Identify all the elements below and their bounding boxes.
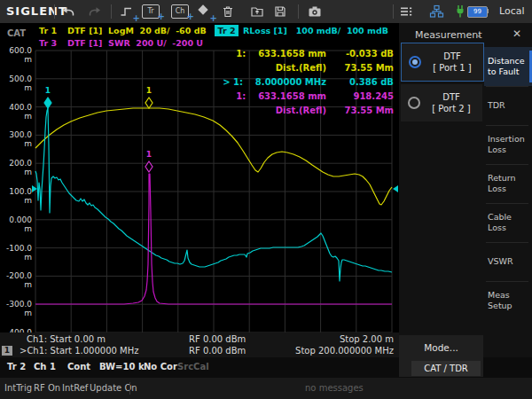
undo-icon[interactable]	[61, 4, 75, 19]
status-bandwidth[interactable]: BW=10 k	[99, 362, 145, 372]
measurement-sidebar: Measurement ⌄ ✕ DTF[ Port 1 ] DTF[ Port …	[399, 23, 532, 357]
menu-item-meas-setup[interactable]: Meas Setup	[484, 281, 532, 320]
menu-item-distance-to-fault[interactable]: Distance to Fault	[484, 47, 532, 86]
ch1-rf-power[interactable]: RF 0.00 dBm	[189, 334, 246, 344]
toolbar-separator	[111, 4, 112, 19]
close-icon[interactable]: ✕	[512, 27, 521, 40]
menu-item-insertion-loss[interactable]: Insertion Loss	[484, 125, 532, 164]
status-active-trace[interactable]: Tr 2	[7, 362, 26, 372]
marker-readout-row: Dist.(Refl)73.55 Mm	[200, 63, 394, 77]
ch1-distance-start[interactable]: Ch1: Start 0.00 m	[27, 334, 106, 344]
active-channel-badge[interactable]: 1	[2, 346, 12, 356]
marker-label: 1	[146, 150, 152, 159]
message-area: no messages	[305, 383, 364, 393]
task-list-icon[interactable]	[399, 4, 413, 19]
graph-window: CAT Tr 1 DTF [1] LogM 20 dB/ -60 dB Tr 2…	[0, 23, 399, 357]
reference-clock-indicator: IntRef	[62, 383, 88, 393]
toolbar: SIGLENT + Tr + Ch + +	[0, 0, 532, 23]
menu-item-cable-loss[interactable]: Cable Loss	[484, 203, 532, 242]
menu-item-tdr[interactable]: TDR	[484, 86, 532, 125]
trigger-source-indicator: IntTrig	[4, 383, 32, 393]
toolbar-separator	[393, 4, 394, 19]
status-correction[interactable]: No Cor	[144, 362, 177, 372]
siglent-logo: SIGLENT	[6, 4, 67, 18]
toolbar-separator	[298, 4, 299, 19]
ch1-freq-start[interactable]: >Ch1: Start 1.000000 MHz	[20, 346, 139, 356]
battery-tip	[487, 9, 489, 13]
rf-output-indicator: RF On	[34, 383, 60, 393]
screenshot-camera-icon[interactable]	[308, 4, 322, 19]
add-trace-icon[interactable]: Tr +	[142, 4, 160, 19]
reference-level-indicator	[393, 185, 398, 192]
battery-icon: 99	[467, 6, 488, 18]
vna-screen: SIGLENT + Tr + Ch + +	[0, 0, 532, 399]
radio-unselected-icon	[408, 97, 420, 109]
mode-button[interactable]: Mode...	[399, 342, 483, 353]
delete-icon[interactable]	[221, 4, 235, 19]
add-marker-icon[interactable]: +	[197, 4, 211, 19]
local-remote-button[interactable]: Local	[499, 5, 525, 17]
marker-readout-row: 1: 633.1658 mm918.245	[200, 91, 394, 106]
toolbar-separator	[54, 4, 55, 19]
chevron-down-icon[interactable]: ⌄	[475, 29, 482, 39]
marker-readouts: 1: 633.1658 mm-0.033 dB Dist.(Refl)73.55…	[200, 49, 394, 120]
add-limit-line-icon[interactable]: +	[120, 4, 134, 19]
divider	[129, 382, 130, 395]
ch1-freq-stop[interactable]: Stop 200.000000 MHz	[295, 346, 394, 356]
redo-icon[interactable]	[88, 4, 102, 19]
status-srccal: SrcCal	[177, 362, 209, 372]
marker-label: 1	[45, 86, 51, 95]
power-plug-icon	[453, 4, 467, 19]
menu-item-vswr[interactable]: VSWR	[484, 242, 532, 281]
menu-item-return-loss[interactable]: Return Loss	[484, 164, 532, 203]
dtf-port1-option[interactable]: DTF[ Port 1 ]	[401, 43, 484, 82]
ch1-distance-stop[interactable]: Stop 2.00 m	[340, 334, 394, 344]
lan-network-icon	[429, 4, 443, 19]
marker-readout-row: > 1: 8.000000 MHz0.386 dB	[200, 77, 394, 91]
sidebar-title-dropdown[interactable]: Measurement	[415, 29, 482, 41]
marker-readout-row: Dist.(Refl)73.55 Mm	[200, 106, 394, 120]
cat-tdr-button[interactable]: CAT / TDR	[411, 361, 481, 376]
recall-file-icon[interactable]	[250, 4, 264, 19]
save-icon[interactable]	[273, 4, 287, 19]
dtf-port2-option[interactable]: DTF[ Port 2 ]	[401, 84, 482, 121]
marker-label: 1	[146, 86, 152, 95]
add-channel-icon[interactable]: Ch +	[171, 4, 189, 19]
status-active-channel[interactable]: Ch 1	[34, 362, 56, 372]
radio-selected-icon	[409, 56, 421, 68]
ch1-rf-power-2[interactable]: RF 0.00 dBm	[189, 346, 246, 356]
status-sweep-mode[interactable]: Cont	[67, 362, 90, 372]
stimulus-bar: Ch1: Start 0.00 m RF 0.00 dBm Stop 2.00 …	[0, 332, 399, 357]
marker-readout-row: 1: 633.1658 mm-0.033 dB	[200, 49, 394, 63]
bottom-status-bar: IntTrig RF On IntRef Update On no messag…	[0, 378, 532, 399]
